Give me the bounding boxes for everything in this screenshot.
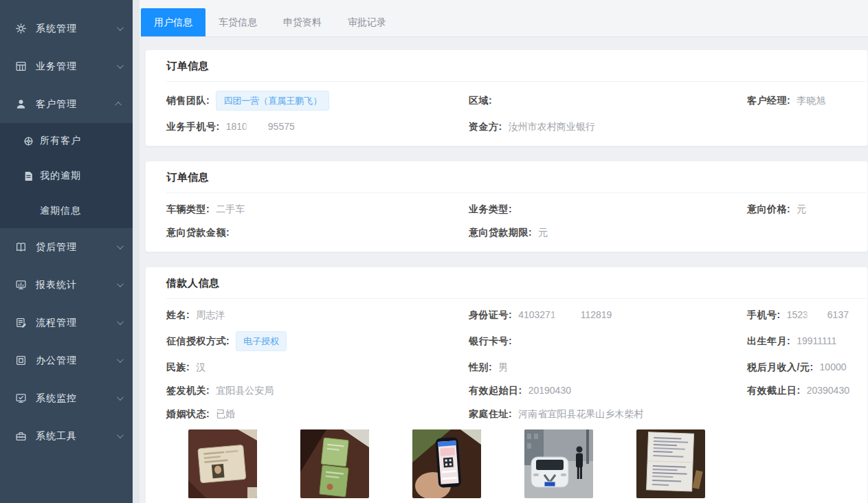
photo-id-card[interactable]: 身份证 bbox=[188, 429, 257, 503]
chevron-down-icon bbox=[117, 280, 124, 287]
field-mobile-phone: 手机号: 15236137 bbox=[747, 308, 867, 322]
field-birth-date: 出生年月: 19911111 bbox=[747, 331, 867, 351]
field-monthly-income: 税后月收入/元: 10000 bbox=[747, 360, 867, 375]
sidebar-item-system-mgmt[interactable]: 系统管理 bbox=[0, 10, 133, 47]
sidebar-item-label: 系统工具 bbox=[36, 430, 77, 443]
field-home-address: 家庭住址: 河南省宜阳县花果山乡木柴村 bbox=[469, 407, 747, 421]
field-ethnicity: 民族: 汉 bbox=[166, 360, 469, 375]
sidebar-item-label: 贷后管理 bbox=[36, 241, 77, 254]
sidebar-item-business-mgmt[interactable]: 业务管理 bbox=[0, 47, 133, 85]
card-title: 订单信息 bbox=[166, 171, 867, 193]
grid-icon bbox=[15, 60, 27, 72]
sidebar-item-system-tools[interactable]: 系统工具 bbox=[0, 417, 133, 455]
sidebar-item-label: 逾期信息 bbox=[40, 205, 81, 217]
chart-monitor-icon bbox=[15, 279, 27, 291]
photo-license-booklet[interactable]: 驾驶证附件 bbox=[300, 429, 369, 503]
chevron-down-icon bbox=[117, 62, 124, 69]
chevron-down-icon bbox=[117, 24, 124, 31]
sidebar-item-my-overdue[interactable]: 我的逾期 bbox=[0, 158, 133, 193]
sidebar-item-all-customers[interactable]: 所有客户 bbox=[0, 123, 133, 158]
field-region: 区域: bbox=[469, 91, 747, 111]
chevron-down-icon bbox=[117, 356, 124, 363]
credit-auth-tag[interactable]: 电子授权 bbox=[236, 331, 287, 351]
sidebar-item-label: 我的逾期 bbox=[40, 170, 81, 182]
order-info-card-2: 订单信息 车辆类型: 二手车 业务类型: 意向价格: 元 bbox=[145, 161, 868, 252]
chevron-up-icon bbox=[115, 102, 122, 109]
sidebar-item-label: 办公管理 bbox=[36, 355, 77, 367]
field-intended-loan-term: 意向贷款期限: 元 bbox=[469, 225, 747, 240]
redaction-blur bbox=[557, 311, 580, 320]
order-info-card-1: 订单信息 销售团队: 四团一营（直属王鹏飞） 区域: 客户经理: 李晓旭 bbox=[145, 49, 868, 146]
field-id-number: 身份证号: 4103271112819 bbox=[469, 308, 747, 322]
card-title: 借款人信息 bbox=[166, 277, 867, 299]
app-window: 系统管理 业务管理 客户管理 所有客户 我的逾期 逾期信息 bbox=[0, 0, 868, 503]
tab-car-loan-info[interactable]: 车贷信息 bbox=[205, 8, 270, 36]
sidebar-item-label: 业务管理 bbox=[36, 60, 77, 73]
field-vehicle-type: 车辆类型: 二手车 bbox=[166, 202, 469, 216]
tab-loan-application-docs[interactable]: 申贷资料 bbox=[270, 8, 335, 36]
photo-paper-document[interactable]: 其他材料 bbox=[636, 429, 705, 503]
sidebar-item-customer-mgmt[interactable]: 客户管理 bbox=[0, 85, 133, 123]
sidebar-item-workflow-mgmt[interactable]: 流程管理 bbox=[0, 304, 133, 342]
toolbox-icon bbox=[15, 430, 27, 442]
monitor-icon bbox=[15, 392, 27, 404]
redaction-blur bbox=[809, 311, 827, 320]
chevron-down-icon bbox=[117, 318, 124, 325]
workflow-icon bbox=[15, 317, 27, 328]
sidebar-item-system-monitor[interactable]: 系统监控 bbox=[0, 379, 133, 417]
user-icon bbox=[15, 98, 27, 110]
photo-phone-qr[interactable]: 征信授权 bbox=[412, 429, 481, 503]
sidebar-item-overdue-info[interactable]: 逾期信息 bbox=[0, 193, 133, 228]
sidebar-item-label: 系统管理 bbox=[36, 23, 77, 35]
card-title: 订单信息 bbox=[166, 60, 867, 82]
sidebar-item-label: 流程管理 bbox=[36, 317, 77, 329]
document-photo-list: 身份证 bbox=[188, 429, 867, 503]
field-funder: 资金方: 汝州市农村商业银行 bbox=[469, 120, 747, 134]
archive-icon bbox=[15, 355, 27, 366]
sidebar-scrollbar[interactable] bbox=[133, 0, 140, 503]
tab-approval-records[interactable]: 审批记录 bbox=[335, 8, 399, 36]
sidebar-item-label: 所有客户 bbox=[40, 135, 81, 147]
phone-qr-photo bbox=[412, 429, 481, 498]
field-sales-team: 销售团队: 四团一营（直属王鹏飞） bbox=[166, 91, 469, 111]
borrower-info-card: 借款人信息 姓名: 周志洋 身份证号: 4103271112819 手机号: 1… bbox=[145, 267, 868, 503]
detail-tabbar: 用户信息 车贷信息 申贷资料 审批记录 bbox=[140, 0, 868, 37]
gear-icon bbox=[15, 23, 27, 34]
field-marital-status: 婚姻状态: 已婚 bbox=[166, 407, 469, 421]
sidebar-item-office-mgmt[interactable]: 办公管理 bbox=[0, 342, 133, 379]
photo-car-person[interactable]: 人车合影 bbox=[524, 429, 593, 503]
tab-user-info[interactable]: 用户信息 bbox=[141, 8, 205, 36]
id-card-photo bbox=[188, 429, 257, 498]
sales-team-tag[interactable]: 四团一营（直属王鹏飞） bbox=[216, 91, 329, 111]
field-valid-to: 有效截止日: 20390430 bbox=[747, 383, 867, 398]
sidebar-item-label: 系统监控 bbox=[36, 392, 77, 405]
field-account-manager: 客户经理: 李晓旭 bbox=[747, 91, 867, 111]
document-icon bbox=[23, 170, 33, 181]
customer-mgmt-submenu: 所有客户 我的逾期 逾期信息 bbox=[0, 123, 133, 228]
sidebar-item-report-stats[interactable]: 报表统计 bbox=[0, 266, 133, 304]
field-bank-card: 银行卡号: bbox=[469, 331, 747, 351]
field-business-phone: 业务手机号: 181095575 bbox=[166, 120, 469, 134]
field-intended-loan-amount: 意向贷款金额: bbox=[166, 225, 469, 240]
paper-document-photo bbox=[636, 429, 705, 498]
sidebar-item-postloan-mgmt[interactable]: 贷后管理 bbox=[0, 228, 133, 266]
field-credit-auth-method: 征信授权方式: 电子授权 bbox=[166, 331, 469, 351]
wheel-icon bbox=[23, 135, 33, 146]
sidebar-item-label: 报表统计 bbox=[36, 279, 77, 291]
chevron-down-icon bbox=[117, 394, 124, 401]
field-business-type: 业务类型: bbox=[469, 202, 747, 216]
car-person-photo bbox=[524, 429, 593, 498]
sidebar: 系统管理 业务管理 客户管理 所有客户 我的逾期 逾期信息 bbox=[0, 0, 133, 503]
sidebar-item-label: 客户管理 bbox=[36, 98, 77, 111]
field-intended-price: 意向价格: 元 bbox=[747, 202, 867, 216]
field-gender: 性别: 男 bbox=[469, 360, 747, 375]
tab-content: 订单信息 销售团队: 四团一营（直属王鹏飞） 区域: 客户经理: 李晓旭 bbox=[140, 37, 868, 503]
field-name: 姓名: 周志洋 bbox=[166, 308, 469, 322]
field-issuing-authority: 签发机关: 宜阳县公安局 bbox=[166, 383, 469, 398]
field-valid-from: 有效起始日: 20190430 bbox=[469, 383, 747, 398]
book-icon bbox=[15, 241, 27, 253]
main-area: 用户信息 车贷信息 申贷资料 审批记录 订单信息 销售团队: 四团一营（直属王鹏… bbox=[140, 0, 868, 503]
license-booklet-photo bbox=[300, 429, 369, 498]
chevron-down-icon bbox=[117, 432, 124, 438]
redaction-blur bbox=[248, 123, 267, 132]
